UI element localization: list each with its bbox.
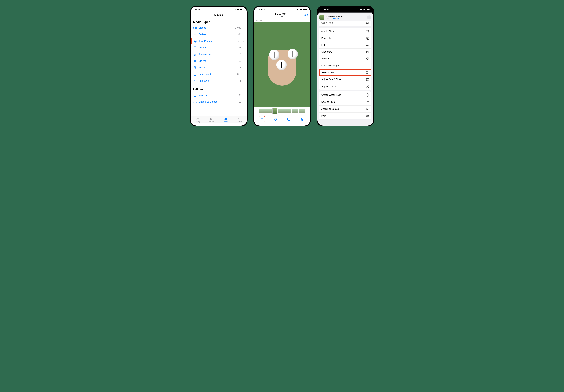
status-time: 10:36: [257, 8, 263, 11]
svg-rect-33: [303, 9, 306, 10]
add-button[interactable]: +: [193, 13, 195, 17]
thumb-item[interactable]: [292, 109, 295, 113]
share-icon: [260, 117, 263, 121]
action-assign-contact[interactable]: Assign to Contact: [319, 105, 371, 112]
photo-viewer[interactable]: [254, 22, 310, 107]
row-label: Videos: [199, 27, 233, 29]
status-bar: 10:36: [191, 7, 247, 12]
row-slomo[interactable]: Slo-mo 13 ›: [191, 58, 247, 64]
thumb-item[interactable]: [278, 109, 281, 113]
contact-icon: [366, 107, 369, 111]
section-utilities: Utilities: [191, 86, 247, 92]
action-hide[interactable]: Hide: [319, 42, 371, 48]
row-imports[interactable]: Imports 68 ›: [191, 92, 247, 98]
timelapse-icon: [193, 53, 197, 56]
portrait-icon: [193, 46, 197, 49]
library-icon: [196, 118, 200, 121]
albums-content[interactable]: Media Types Videos 1 039 › Selfies 384 ›…: [191, 19, 247, 116]
heart-icon: [273, 117, 277, 121]
action-group-cut: Copy Photo: [319, 21, 371, 26]
action-copy-photo[interactable]: Copy Photo: [319, 21, 371, 26]
row-unable-upload[interactable]: Unable to Upload 4 710 ›: [191, 98, 247, 105]
thumb-item[interactable]: [285, 109, 288, 113]
thumb-item[interactable]: [302, 109, 305, 113]
photo-nav-bar: ‹ 1 May 2021 12:05 Edit: [254, 12, 310, 18]
svg-rect-26: [225, 118, 227, 118]
home-indicator[interactable]: [273, 124, 291, 125]
back-button[interactable]: ‹: [256, 13, 258, 17]
svg-rect-31: [299, 9, 299, 11]
row-timelapse[interactable]: Time-lapse 13 ›: [191, 51, 247, 58]
share-title: 1 Photo Selected: [326, 15, 366, 18]
action-wallpaper[interactable]: Use as Wallpaper: [319, 62, 371, 69]
row-live-photos[interactable]: Live Photos 41 ›: [192, 38, 246, 44]
row-bursts[interactable]: Bursts 1 ›: [191, 64, 247, 71]
action-duplicate[interactable]: Duplicate: [319, 35, 371, 42]
tab-library[interactable]: Library: [191, 118, 205, 123]
thumb-item[interactable]: [259, 109, 262, 113]
thumb-item[interactable]: [295, 109, 298, 113]
svg-rect-34: [306, 9, 307, 10]
action-adjust-location[interactable]: Adjust Location: [319, 83, 371, 90]
thumb-item[interactable]: [288, 109, 291, 113]
svg-rect-41: [360, 10, 361, 11]
favorite-button[interactable]: [272, 116, 279, 122]
thumb-item[interactable]: [281, 109, 284, 113]
action-save-video[interactable]: Save as Video: [319, 69, 371, 76]
row-label: Imports: [199, 94, 237, 97]
row-count: 13: [239, 53, 241, 56]
svg-rect-53: [366, 37, 368, 39]
share-button[interactable]: [259, 116, 265, 122]
action-label: Add to Album: [322, 30, 335, 32]
airplay-icon: [366, 57, 369, 60]
chevron-right-icon: ›: [244, 27, 244, 29]
info-icon: [287, 117, 291, 121]
row-count: 41: [238, 40, 241, 42]
close-button[interactable]: [367, 15, 371, 19]
svg-point-15: [194, 60, 196, 62]
search-icon: [238, 118, 241, 121]
thumb-item[interactable]: [299, 109, 302, 113]
tab-albums[interactable]: Albums: [219, 118, 233, 123]
thumb-current[interactable]: [273, 108, 278, 114]
info-button[interactable]: [286, 116, 292, 122]
row-videos[interactable]: Videos 1 039 ›: [191, 25, 247, 31]
live-photos-icon: [194, 39, 197, 43]
thumb-item[interactable]: [266, 109, 269, 113]
tab-foryou[interactable]: For You: [205, 118, 219, 123]
home-indicator[interactable]: [210, 124, 227, 125]
foryou-icon: [210, 118, 214, 121]
action-label: AirPlay: [322, 57, 329, 60]
actions-scroll[interactable]: Copy Photo Add to Album Duplicate Hide: [317, 21, 373, 126]
chevron-right-icon: ›: [244, 47, 244, 49]
phone-photo-view: 10:36 ‹ 1 May 2021 12:05 Edit LIVE ⌄: [253, 6, 311, 126]
row-selfies[interactable]: Selfies 384 ›: [191, 31, 247, 38]
thumb-item[interactable]: [262, 109, 266, 113]
action-watch-face[interactable]: Create Watch Face: [319, 91, 371, 98]
action-print[interactable]: Print: [319, 112, 371, 119]
close-icon: [368, 16, 370, 18]
hide-icon: [366, 44, 369, 47]
print-icon: [366, 114, 369, 118]
options-link[interactable]: Options ›: [333, 18, 340, 20]
svg-rect-48: [366, 22, 368, 24]
row-screenshots[interactable]: Screenshots 815 ›: [191, 71, 247, 77]
svg-rect-42: [361, 9, 362, 11]
action-airplay[interactable]: AirPlay: [319, 55, 371, 62]
action-add-to-album[interactable]: Add to Album: [319, 28, 371, 35]
row-animated[interactable]: Animated 1 ›: [191, 77, 247, 84]
status-time: 10:36: [321, 8, 326, 11]
svg-rect-22: [197, 118, 199, 120]
row-portrait[interactable]: Portrait 331 ›: [191, 44, 247, 51]
action-label: Print: [322, 115, 326, 117]
live-badge[interactable]: LIVE ⌄: [254, 18, 310, 22]
thumb-item[interactable]: [269, 109, 272, 113]
action-save-files[interactable]: Save to Files: [319, 98, 371, 105]
action-adjust-date[interactable]: Adjust Date & Time: [319, 76, 371, 83]
thumbnail-strip[interactable]: [254, 107, 310, 115]
action-slideshow[interactable]: Slideshow: [319, 48, 371, 55]
copy-icon: [366, 21, 369, 24]
delete-button[interactable]: [299, 116, 306, 122]
tab-search[interactable]: Search: [233, 118, 247, 123]
edit-button[interactable]: Edit: [304, 14, 308, 16]
